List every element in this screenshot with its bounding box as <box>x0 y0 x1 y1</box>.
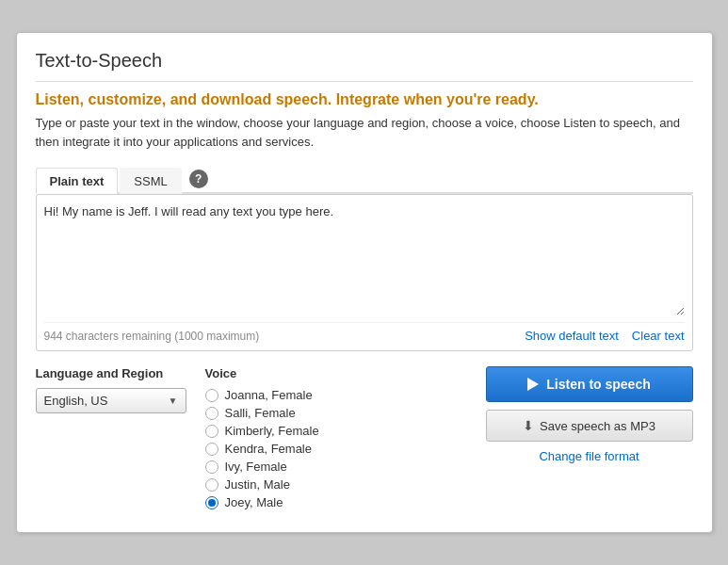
text-actions: Show default text Clear text <box>525 329 684 343</box>
text-area-footer: 944 characters remaining (1000 maximum) … <box>44 322 685 343</box>
play-icon <box>527 378 539 391</box>
language-select-dropdown[interactable]: English, US ▼ <box>36 388 186 413</box>
change-file-format-link[interactable]: Change file format <box>486 449 693 463</box>
list-item[interactable]: Kimberly, Female <box>205 424 356 438</box>
download-icon: ⬇ <box>523 418 534 433</box>
save-mp3-button[interactable]: ⬇ Save speech as MP3 <box>486 410 693 442</box>
text-input[interactable]: Hi! My name is Jeff. I will read any tex… <box>44 202 685 315</box>
voice-salli-label: Salli, Female <box>225 406 296 420</box>
voice-kimberly-label: Kimberly, Female <box>225 424 319 438</box>
radio-kendra[interactable] <box>205 443 218 456</box>
tabs-container: Plain text SSML ? <box>36 166 693 194</box>
radio-ivy[interactable] <box>205 460 218 474</box>
voice-list: Joanna, Female Salli, Female Kimberly, F… <box>205 388 356 509</box>
listen-button-label: Listen to speech <box>546 377 650 392</box>
clear-text-link[interactable]: Clear text <box>632 329 685 343</box>
action-buttons: Listen to speech ⬇ Save speech as MP3 Ch… <box>375 366 693 513</box>
bottom-section: Language and Region English, US ▼ Voice … <box>36 366 693 513</box>
language-region-label: Language and Region <box>36 366 186 380</box>
help-icon[interactable]: ? <box>189 170 208 188</box>
chevron-down-icon: ▼ <box>169 396 178 406</box>
language-region-section: Language and Region English, US ▼ <box>36 366 186 513</box>
description: Type or paste your text in the window, c… <box>36 114 693 151</box>
list-item[interactable]: Justin, Male <box>205 477 356 492</box>
char-count: 944 characters remaining (1000 maximum) <box>44 330 260 343</box>
tab-ssml[interactable]: SSML <box>120 168 181 194</box>
list-item[interactable]: Joanna, Female <box>205 388 356 402</box>
list-item[interactable]: Ivy, Female <box>205 460 356 474</box>
radio-joanna[interactable] <box>205 389 218 402</box>
radio-salli[interactable] <box>205 407 218 420</box>
voice-ivy-label: Ivy, Female <box>225 460 287 474</box>
list-item[interactable]: Kendra, Female <box>205 442 356 456</box>
voice-section: Voice Joanna, Female Salli, Female Kimbe… <box>205 366 356 513</box>
voice-kendra-label: Kendra, Female <box>225 442 313 456</box>
voice-joey-label: Joey, Male <box>225 495 283 509</box>
voice-joanna-label: Joanna, Female <box>225 388 313 402</box>
radio-joey[interactable] <box>205 496 218 509</box>
tab-plain-text[interactable]: Plain text <box>36 168 119 194</box>
list-item[interactable]: Salli, Female <box>205 406 356 420</box>
save-mp3-label: Save speech as MP3 <box>540 419 655 433</box>
voice-label: Voice <box>205 366 356 380</box>
tagline: Listen, customize, and download speech. … <box>36 91 693 108</box>
radio-kimberly[interactable] <box>205 425 218 438</box>
language-select-value: English, US <box>44 394 108 408</box>
voice-justin-label: Justin, Male <box>225 477 290 492</box>
show-default-text-link[interactable]: Show default text <box>525 329 619 343</box>
text-area-section: Hi! My name is Jeff. I will read any tex… <box>36 194 693 351</box>
main-window: Text-to-Speech Listen, customize, and do… <box>16 32 713 533</box>
list-item[interactable]: Joey, Male <box>205 495 356 509</box>
listen-to-speech-button[interactable]: Listen to speech <box>486 366 693 402</box>
page-title: Text-to-Speech <box>36 50 693 82</box>
radio-justin[interactable] <box>205 478 218 492</box>
